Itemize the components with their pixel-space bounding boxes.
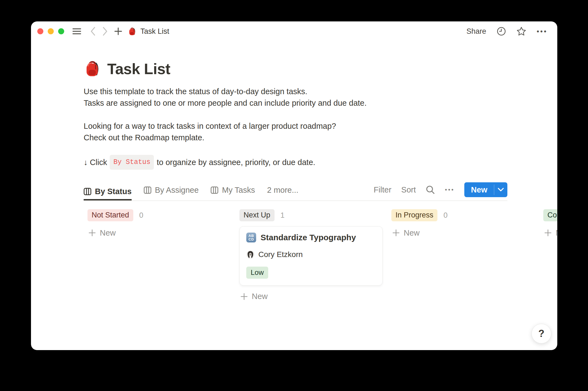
new-button[interactable]: New	[464, 182, 494, 197]
assignee-name: Cory Etzkorn	[258, 250, 303, 259]
tab-label: By Assignee	[155, 186, 199, 195]
window-title: Task List	[140, 27, 169, 36]
view-tabs: By Status By Assignee My Tasks 2 more...	[84, 183, 298, 200]
hint-line: ↓ Click By Status to organize by assigne…	[84, 155, 507, 170]
column-header[interactable]: In Progress 0	[391, 209, 535, 221]
add-card-label: New	[404, 228, 420, 238]
card-assignee-row: Cory Etzkorn	[246, 250, 376, 259]
add-card-label: New	[556, 228, 557, 238]
view-options-icon[interactable]: •••	[445, 187, 454, 193]
add-card-label: New	[252, 292, 268, 301]
tab-more-views[interactable]: 2 more...	[267, 183, 298, 200]
new-split-button: New	[464, 182, 507, 197]
sidebar-toggle-icon[interactable]	[72, 28, 81, 35]
hint-code-chip: By Status	[110, 155, 154, 170]
status-badge: In Progress	[391, 209, 437, 221]
forward-button[interactable]	[102, 27, 108, 36]
zoom-window-button[interactable]	[58, 28, 64, 34]
window-controls	[37, 28, 64, 34]
column-count: 0	[443, 211, 448, 220]
column-count: 1	[281, 211, 285, 220]
task-card[interactable]: AB CD Standardize Typography	[239, 226, 383, 286]
board-column-next-up: Next Up 1 AB CD Standardize Typography	[239, 209, 383, 303]
add-card-label: New	[100, 228, 116, 238]
priority-badge: Low	[246, 267, 268, 279]
window-more-icon[interactable]: •••	[537, 28, 547, 35]
updates-clock-icon[interactable]	[497, 27, 506, 36]
add-card-button[interactable]: New	[543, 226, 557, 239]
hint-prefix: ↓ Click	[84, 157, 107, 168]
tab-label: 2 more...	[267, 186, 298, 195]
card-title: Standardize Typography	[261, 233, 356, 242]
page-title-row: Task List	[84, 59, 507, 79]
abcd-emoji-icon: AB CD	[246, 233, 256, 242]
status-badge: Complete	[543, 209, 557, 221]
views-row: By Status By Assignee My Tasks 2 more...…	[84, 182, 507, 201]
paragraph-spacer	[84, 109, 507, 120]
filter-button[interactable]: Filter	[374, 185, 391, 194]
status-badge: Next Up	[239, 209, 275, 221]
description-line: Use this template to track the status of…	[84, 86, 507, 97]
board-column-not-started: Not Started 0 New	[87, 209, 231, 239]
column-count: 0	[139, 211, 143, 220]
search-icon[interactable]	[426, 185, 435, 194]
favorite-star-icon[interactable]	[516, 27, 526, 36]
back-button[interactable]	[90, 27, 96, 36]
help-button[interactable]: ?	[532, 324, 551, 343]
page-description: Use this template to track the status of…	[84, 86, 507, 170]
avatar	[246, 250, 255, 259]
board-column-in-progress: In Progress 0 New	[391, 209, 535, 239]
add-card-button[interactable]: New	[239, 290, 383, 303]
tab-label: By Status	[95, 187, 132, 196]
backpack-emoji-icon	[128, 27, 137, 36]
description-line: Looking for a way to track tasks in cont…	[84, 120, 507, 132]
card-title-row: AB CD Standardize Typography	[246, 233, 376, 242]
status-badge: Not Started	[87, 209, 133, 221]
titlebar-actions: Share •••	[467, 27, 547, 36]
sort-button[interactable]: Sort	[401, 185, 416, 194]
notion-window: Task List Share •••	[31, 21, 557, 350]
page-backpack-emoji	[84, 59, 101, 79]
description-line: Tasks are assigned to one or more people…	[84, 97, 507, 109]
description-line: Check out the Roadmap template.	[84, 132, 507, 143]
close-window-button[interactable]	[37, 28, 43, 34]
tab-label: My Tasks	[222, 186, 255, 195]
hint-suffix: to organize by assignee, priority, or du…	[157, 157, 315, 168]
column-header[interactable]: Not Started 0	[87, 209, 231, 221]
titlebar: Task List Share •••	[31, 21, 557, 41]
new-tab-button[interactable]	[114, 27, 122, 35]
new-dropdown-chevron-icon[interactable]	[494, 182, 507, 197]
page-title: Task List	[107, 60, 170, 78]
tab-by-status[interactable]: By Status	[84, 184, 132, 200]
tab-my-tasks[interactable]: My Tasks	[211, 183, 255, 200]
add-card-button[interactable]: New	[87, 226, 231, 239]
view-toolbar: Filter Sort ••• New	[374, 182, 507, 200]
column-header[interactable]: Next Up 1	[239, 209, 383, 221]
paragraph-spacer	[84, 143, 507, 155]
tab-by-assignee[interactable]: By Assignee	[144, 183, 199, 200]
kanban-board: Not Started 0 New Next Up 1 AB CD S	[87, 209, 557, 303]
column-header[interactable]: Complete	[543, 209, 557, 221]
page-header: Task List Use this template to track the…	[84, 59, 507, 170]
minimize-window-button[interactable]	[48, 28, 54, 34]
share-button[interactable]: Share	[467, 27, 486, 36]
abcd-bottom-letters: CD	[248, 238, 254, 241]
board-column-complete: Complete New	[543, 209, 557, 239]
add-card-button[interactable]: New	[391, 226, 535, 239]
